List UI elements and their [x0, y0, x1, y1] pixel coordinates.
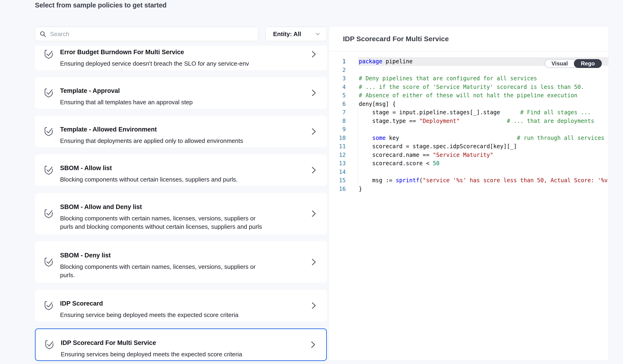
code-line: 12 scorecard.name == "Service Maturity" [329, 151, 608, 159]
policy-card-description: Blocking components without certain lice… [60, 175, 311, 184]
line-number: 6 [329, 100, 346, 108]
chevron-right-icon[interactable] [311, 209, 317, 218]
list-bottom-divider [35, 362, 329, 363]
code-line: 6deny[msg] { [329, 100, 608, 108]
code-content: scorecard.name == "Service Maturity" [359, 152, 493, 158]
policy-card-description: Ensuring services being deployed meets t… [61, 350, 310, 358]
code-line: 5# Absence of either of these will not h… [329, 91, 608, 100]
line-number: 12 [329, 151, 346, 159]
policy-card[interactable]: SBOM - Allow and Deny listBlocking compo… [35, 193, 327, 234]
code-line: 11 scorecard = stage.spec.idpScorecard[k… [329, 142, 608, 151]
entity-filter-label: Entity: All [273, 30, 301, 38]
policy-card-body: SBOM - Allow and Deny listBlocking compo… [60, 193, 311, 234]
rego-code-editor[interactable]: 1package pipeline23# Deny pipelines that… [329, 51, 608, 193]
code-line: 4# ... if the score of 'Service Maturity… [329, 83, 608, 91]
policy-card-description: Ensuring service being deployed meets th… [60, 311, 311, 319]
code-line: 10 some key # run through all services [329, 134, 608, 142]
toggle-option-visual[interactable]: Visual [545, 60, 574, 67]
policy-card-description: Ensuring that deployments are applied on… [60, 137, 311, 145]
chevron-right-icon[interactable] [311, 258, 317, 266]
line-number: 7 [329, 108, 346, 117]
code-line: 8 stage.type == "Deployment" # ... that … [329, 117, 608, 126]
shield-check-icon [44, 339, 54, 350]
policy-detail-title: IDP Scorecard For Multi Service [343, 35, 449, 43]
code-content: scorecard.score < 50 [359, 160, 440, 167]
code-content: } [359, 186, 362, 192]
shield-check-icon [44, 87, 54, 98]
policy-card-title: Template - Approval [60, 87, 311, 94]
policy-card[interactable]: IDP Scorecard For Multi ServiceEnsuring … [35, 328, 327, 361]
view-toggle: Visual Rego [545, 59, 602, 68]
policy-card-title: IDP Scorecard For Multi Service [61, 339, 310, 346]
policy-card-body: Error Budget Burndown For Multi ServiceE… [60, 46, 311, 70]
code-content: msg := sprintf("service '%s' has score l… [359, 177, 609, 184]
policy-card-title: SBOM - Allow and Deny list [60, 203, 311, 211]
policy-card-body: SBOM - Deny listBlocking components with… [60, 241, 311, 283]
policy-card-title: IDP Scorecard [60, 300, 311, 307]
policy-card-body: IDP ScorecardEnsuring service being depl… [60, 290, 311, 321]
code-line: 7 stage = input.pipeline.stages[_].stage… [329, 108, 608, 117]
policy-card-description: Blocking components with certain names, … [60, 214, 311, 231]
policy-card-description: Ensuring that all templates have an appr… [60, 98, 311, 106]
chevron-down-icon [315, 31, 321, 37]
code-line: 15 msg := sprintf("service '%s' has scor… [329, 176, 608, 185]
policy-card-body: Template - Allowed EnvironmentEnsuring t… [60, 116, 311, 147]
line-number: 11 [329, 142, 346, 151]
line-number: 3 [329, 74, 346, 83]
chevron-right-icon[interactable] [311, 127, 317, 136]
shield-check-icon [44, 49, 54, 60]
code-content: # ... if the score of 'Service Maturity'… [359, 84, 584, 90]
shield-check-icon [44, 257, 54, 268]
code-line: 14 [329, 168, 608, 176]
chevron-right-icon[interactable] [311, 50, 317, 59]
policy-card[interactable]: Template - Allowed EnvironmentEnsuring t… [35, 116, 327, 147]
policy-card-title: Template - Allowed Environment [60, 126, 311, 133]
chevron-right-icon[interactable] [311, 166, 317, 174]
code-line: 13 scorecard.score < 50 [329, 159, 608, 168]
line-number: 8 [329, 117, 346, 126]
line-number: 15 [329, 176, 346, 185]
line-number: 1 [329, 57, 346, 66]
search-box [35, 27, 258, 41]
chevron-right-icon[interactable] [310, 340, 316, 349]
policy-card[interactable]: IDP ScorecardEnsuring service being depl… [35, 290, 327, 321]
search-icon [39, 30, 46, 38]
code-line: 9 [329, 125, 608, 134]
shield-check-icon [44, 208, 54, 219]
search-input[interactable] [50, 27, 258, 41]
code-content: package pipeline [359, 58, 413, 65]
line-number: 4 [329, 83, 346, 91]
policy-card[interactable]: SBOM - Deny listBlocking components with… [35, 241, 327, 283]
code-content: # Deny pipelines that are configured for… [359, 75, 537, 82]
policy-card-description: Blocking components with certain names, … [60, 262, 311, 279]
chevron-right-icon[interactable] [311, 301, 317, 310]
code-content: deny[msg] { [359, 101, 396, 107]
policy-card[interactable]: Error Budget Burndown For Multi ServiceE… [35, 46, 327, 70]
code-content: stage = input.pipeline.stages[_].stage #… [359, 109, 591, 116]
policy-card[interactable]: SBOM - Allow listBlocking components wit… [35, 154, 327, 186]
line-number: 16 [329, 185, 346, 193]
code-line: 16} [329, 185, 608, 193]
page-title: Select from sample policies to get start… [35, 1, 166, 9]
shield-check-icon [44, 300, 54, 311]
policy-list: Error Budget Burndown For Multi ServiceE… [35, 46, 327, 362]
entity-filter-dropdown[interactable]: Entity: All [266, 27, 327, 41]
chevron-right-icon[interactable] [311, 88, 317, 97]
line-number: 2 [329, 66, 346, 74]
shield-check-icon [44, 165, 54, 176]
policy-card[interactable]: Template - ApprovalEnsuring that all tem… [35, 77, 327, 109]
line-number: 9 [329, 125, 346, 134]
policy-card-description: Ensuring deployed service doesn't breach… [60, 59, 311, 68]
code-content: scorecard = stage.spec.idpScorecard[key]… [359, 143, 517, 150]
code-content: some key # run through all services [359, 135, 604, 141]
shield-check-icon [44, 126, 54, 137]
line-number: 14 [329, 168, 346, 176]
line-number: 5 [329, 91, 346, 100]
line-number: 13 [329, 159, 346, 168]
policy-card-title: SBOM - Deny list [60, 252, 311, 259]
toggle-option-rego[interactable]: Rego [574, 59, 602, 68]
policy-card-body: IDP Scorecard For Multi ServiceEnsuring … [61, 329, 310, 360]
code-line: 3# Deny pipelines that are configured fo… [329, 74, 608, 83]
policy-card-body: SBOM - Allow listBlocking components wit… [60, 154, 311, 186]
line-number: 10 [329, 134, 346, 142]
